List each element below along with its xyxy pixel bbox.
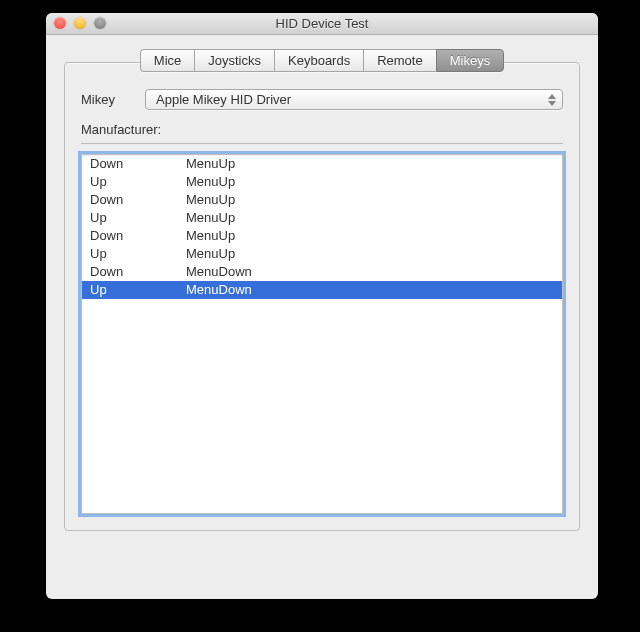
tab-mice[interactable]: Mice <box>140 49 194 72</box>
separator <box>81 143 563 144</box>
event-code: MenuUp <box>186 191 554 209</box>
manufacturer-row: Manufacturer: <box>81 122 563 137</box>
event-code: MenuUp <box>186 227 554 245</box>
close-icon[interactable] <box>54 17 66 29</box>
list-item[interactable]: UpMenuUp <box>82 209 562 227</box>
tab-bar: MiceJoysticksKeyboardsRemoteMikeys <box>64 49 580 72</box>
event-code: MenuUp <box>186 209 554 227</box>
event-state: Down <box>90 227 186 245</box>
event-state: Down <box>90 263 186 281</box>
traffic-lights <box>54 17 106 29</box>
event-state: Up <box>90 209 186 227</box>
manufacturer-label: Manufacturer: <box>81 122 161 137</box>
list-item[interactable]: DownMenuDown <box>82 263 562 281</box>
tab-mikeys[interactable]: Mikeys <box>436 49 504 72</box>
event-code: MenuUp <box>186 173 554 191</box>
mikey-label: Mikey <box>81 92 127 107</box>
tab-keyboards[interactable]: Keyboards <box>274 49 363 72</box>
window-content: MiceJoysticksKeyboardsRemoteMikeys Mikey… <box>46 35 598 549</box>
app-window: HID Device Test MiceJoysticksKeyboardsRe… <box>46 13 598 599</box>
list-item[interactable]: UpMenuUp <box>82 173 562 191</box>
tab-panel-mikeys: Mikey Apple Mikey HID Driver Manufacture… <box>64 62 580 531</box>
event-state: Up <box>90 173 186 191</box>
event-state: Down <box>90 155 186 173</box>
event-state: Up <box>90 281 186 299</box>
mikey-popup-value: Apple Mikey HID Driver <box>156 92 291 107</box>
list-item[interactable]: DownMenuUp <box>82 191 562 209</box>
list-item[interactable]: UpMenuUp <box>82 245 562 263</box>
event-code: MenuDown <box>186 263 554 281</box>
titlebar[interactable]: HID Device Test <box>46 13 598 35</box>
popup-arrows-icon <box>548 94 556 106</box>
mikey-popup[interactable]: Apple Mikey HID Driver <box>145 89 563 110</box>
mikey-row: Mikey Apple Mikey HID Driver <box>81 89 563 110</box>
list-item[interactable]: DownMenuUp <box>82 227 562 245</box>
window-title: HID Device Test <box>276 16 369 31</box>
zoom-icon[interactable] <box>94 17 106 29</box>
event-list[interactable]: DownMenuUpUpMenuUpDownMenuUpUpMenuUpDown… <box>81 154 563 514</box>
tab-remote[interactable]: Remote <box>363 49 436 72</box>
list-item[interactable]: UpMenuDown <box>82 281 562 299</box>
event-code: MenuUp <box>186 155 554 173</box>
event-state: Down <box>90 191 186 209</box>
minimize-icon[interactable] <box>74 17 86 29</box>
event-state: Up <box>90 245 186 263</box>
tab-joysticks[interactable]: Joysticks <box>194 49 274 72</box>
event-code: MenuDown <box>186 281 554 299</box>
event-code: MenuUp <box>186 245 554 263</box>
list-item[interactable]: DownMenuUp <box>82 155 562 173</box>
